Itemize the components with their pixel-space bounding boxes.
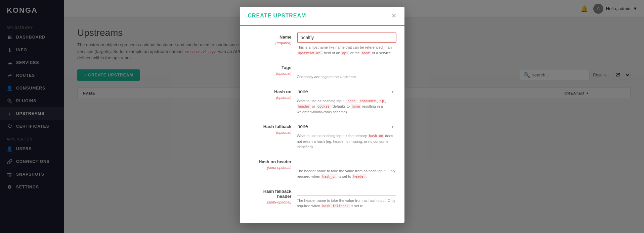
form-field-tags: Optionally add tags to the Upstream [297,63,396,80]
form-label-hash-on: Hash on (optional) [248,87,292,115]
modal-overlay[interactable]: CREATE UPSTREAM ✕ Name (required) This i… [0,0,644,233]
form-field-hash-on: none consumer ip header cookie What to u… [297,87,396,115]
form-field-hash-fallback-header: The header name to take the value from a… [297,187,396,209]
name-input[interactable] [297,33,396,43]
form-label-tags: Tags (optional) [248,63,292,80]
name-help: This is a hostname like name that can be… [297,45,396,56]
form-row-name: Name (required) This is a hostname like … [248,33,396,56]
hash-on-header-input[interactable] [297,157,396,166]
hash-on-select[interactable]: none consumer ip header cookie [297,87,396,96]
hash-fallback-help: What to use as hashing input if the prim… [297,133,396,150]
hash-fallback-header-input[interactable] [297,187,396,196]
form-field-name: This is a hostname like name that can be… [297,33,396,56]
modal-title: CREATE UPSTREAM [248,13,306,19]
form-label-hash-fallback-header: Hash fallback header (semi-optional) [248,187,292,209]
hash-fallback-header-help: The header name to take the value from a… [297,198,396,209]
hash-fallback-select-wrap: none consumer ip header cookie [297,122,396,131]
form-field-hash-on-header: The header name to take the value from a… [297,157,396,179]
hash-fallback-select[interactable]: none consumer ip header cookie [297,122,396,131]
form-field-hash-fallback: none consumer ip header cookie What to u… [297,122,396,150]
modal-header: CREATE UPSTREAM ✕ [240,7,404,26]
hash-on-select-wrap: none consumer ip header cookie [297,87,396,96]
tags-help: Optionally add tags to the Upstream [297,74,396,80]
tags-input[interactable] [297,63,396,72]
form-row-hash-on: Hash on (optional) none consumer ip head… [248,87,396,115]
modal-close-button[interactable]: ✕ [391,13,396,19]
form-row-hash-fallback: Hash fallback (optional) none consumer i… [248,122,396,150]
modal-body: Name (required) This is a hostname like … [240,26,404,223]
form-row-hash-on-header: Hash on header (semi-optional) The heade… [248,157,396,179]
form-row-tags: Tags (optional) Optionally add tags to t… [248,63,396,80]
form-label-name: Name (required) [248,33,292,56]
hash-on-header-help: The header name to take the value from a… [297,168,396,179]
form-row-hash-fallback-header: Hash fallback header (semi-optional) The… [248,187,396,209]
form-label-hash-fallback: Hash fallback (optional) [248,122,292,150]
form-label-hash-on-header: Hash on header (semi-optional) [248,157,292,179]
create-upstream-modal: CREATE UPSTREAM ✕ Name (required) This i… [240,7,404,223]
hash-on-help: What to use as hashing input: none, cons… [297,98,396,115]
